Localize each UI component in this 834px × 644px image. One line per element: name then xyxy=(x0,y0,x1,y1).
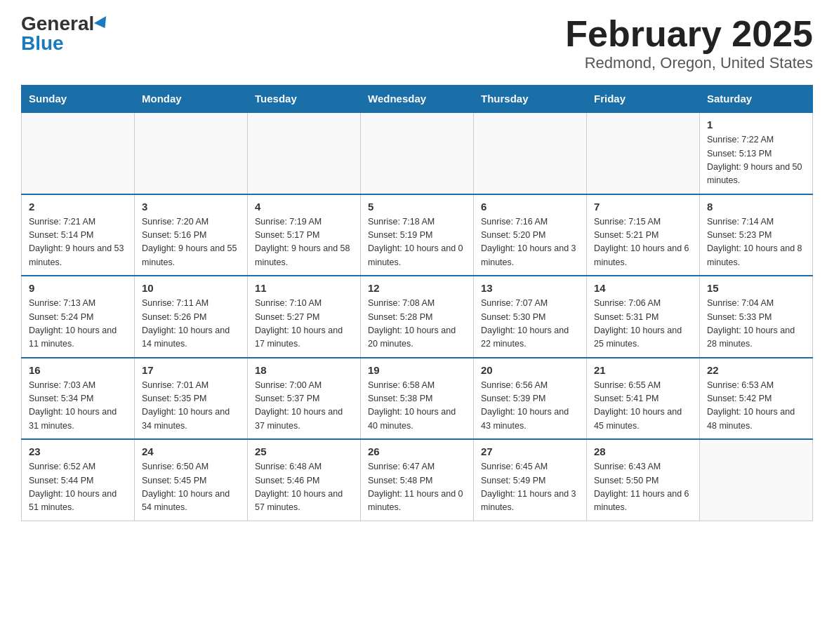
day-info: Sunrise: 7:21 AM Sunset: 5:14 PM Dayligh… xyxy=(29,215,127,270)
day-number: 16 xyxy=(29,364,127,376)
calendar-week-row: 2Sunrise: 7:21 AM Sunset: 5:14 PM Daylig… xyxy=(22,194,813,276)
day-info: Sunrise: 7:22 AM Sunset: 5:13 PM Dayligh… xyxy=(707,133,805,188)
calendar-cell: 17Sunrise: 7:01 AM Sunset: 5:35 PM Dayli… xyxy=(135,358,248,440)
logo-blue-text: Blue xyxy=(21,34,64,53)
page-title: February 2025 xyxy=(565,14,813,54)
day-number: 14 xyxy=(594,282,692,294)
day-info: Sunrise: 6:50 AM Sunset: 5:45 PM Dayligh… xyxy=(142,460,240,515)
calendar-cell: 21Sunrise: 6:55 AM Sunset: 5:41 PM Dayli… xyxy=(587,358,700,440)
calendar-cell xyxy=(248,112,361,194)
calendar-cell: 1Sunrise: 7:22 AM Sunset: 5:13 PM Daylig… xyxy=(700,112,813,194)
calendar-cell: 18Sunrise: 7:00 AM Sunset: 5:37 PM Dayli… xyxy=(248,358,361,440)
day-number: 10 xyxy=(142,282,240,294)
calendar-cell: 2Sunrise: 7:21 AM Sunset: 5:14 PM Daylig… xyxy=(22,194,135,276)
day-number: 27 xyxy=(481,445,579,457)
day-info: Sunrise: 7:10 AM Sunset: 5:27 PM Dayligh… xyxy=(255,297,353,351)
day-number: 3 xyxy=(142,201,240,213)
calendar-cell: 25Sunrise: 6:48 AM Sunset: 5:46 PM Dayli… xyxy=(248,439,361,521)
day-number: 25 xyxy=(255,445,353,457)
calendar-cell: 20Sunrise: 6:56 AM Sunset: 5:39 PM Dayli… xyxy=(474,358,587,440)
day-number: 8 xyxy=(707,201,805,213)
day-info: Sunrise: 7:15 AM Sunset: 5:21 PM Dayligh… xyxy=(594,215,692,270)
column-header-saturday: Saturday xyxy=(700,86,813,113)
calendar-cell xyxy=(474,112,587,194)
calendar-cell: 27Sunrise: 6:45 AM Sunset: 5:49 PM Dayli… xyxy=(474,439,587,521)
day-info: Sunrise: 7:13 AM Sunset: 5:24 PM Dayligh… xyxy=(29,297,127,351)
calendar-cell: 10Sunrise: 7:11 AM Sunset: 5:26 PM Dayli… xyxy=(135,276,248,358)
day-info: Sunrise: 6:58 AM Sunset: 5:38 PM Dayligh… xyxy=(368,379,466,434)
calendar-week-row: 1Sunrise: 7:22 AM Sunset: 5:13 PM Daylig… xyxy=(22,112,813,194)
day-info: Sunrise: 7:20 AM Sunset: 5:16 PM Dayligh… xyxy=(142,215,240,270)
calendar-cell: 12Sunrise: 7:08 AM Sunset: 5:28 PM Dayli… xyxy=(361,276,474,358)
day-info: Sunrise: 7:16 AM Sunset: 5:20 PM Dayligh… xyxy=(481,215,579,270)
calendar-cell xyxy=(361,112,474,194)
day-info: Sunrise: 6:52 AM Sunset: 5:44 PM Dayligh… xyxy=(29,460,127,515)
day-number: 17 xyxy=(142,364,240,376)
column-header-monday: Monday xyxy=(135,86,248,113)
day-number: 13 xyxy=(481,282,579,294)
day-info: Sunrise: 7:04 AM Sunset: 5:33 PM Dayligh… xyxy=(707,297,805,351)
day-info: Sunrise: 7:18 AM Sunset: 5:19 PM Dayligh… xyxy=(368,215,466,270)
column-header-sunday: Sunday xyxy=(22,86,135,113)
calendar-cell: 11Sunrise: 7:10 AM Sunset: 5:27 PM Dayli… xyxy=(248,276,361,358)
calendar-cell xyxy=(135,112,248,194)
day-info: Sunrise: 6:55 AM Sunset: 5:41 PM Dayligh… xyxy=(594,379,692,434)
calendar-table: SundayMondayTuesdayWednesdayThursdayFrid… xyxy=(21,85,813,521)
title-block: February 2025 Redmond, Oregon, United St… xyxy=(565,14,813,72)
calendar-cell: 24Sunrise: 6:50 AM Sunset: 5:45 PM Dayli… xyxy=(135,439,248,521)
day-number: 26 xyxy=(368,445,466,457)
day-number: 7 xyxy=(594,201,692,213)
calendar-week-row: 16Sunrise: 7:03 AM Sunset: 5:34 PM Dayli… xyxy=(22,358,813,440)
day-info: Sunrise: 7:11 AM Sunset: 5:26 PM Dayligh… xyxy=(142,297,240,351)
logo-arrow-icon xyxy=(94,16,111,32)
day-number: 6 xyxy=(481,201,579,213)
calendar-cell: 7Sunrise: 7:15 AM Sunset: 5:21 PM Daylig… xyxy=(587,194,700,276)
calendar-cell: 9Sunrise: 7:13 AM Sunset: 5:24 PM Daylig… xyxy=(22,276,135,358)
day-number: 15 xyxy=(707,282,805,294)
logo: General Blue xyxy=(21,14,110,53)
day-number: 19 xyxy=(368,364,466,376)
column-header-friday: Friday xyxy=(587,86,700,113)
day-number: 4 xyxy=(255,201,353,213)
day-info: Sunrise: 6:48 AM Sunset: 5:46 PM Dayligh… xyxy=(255,460,353,515)
day-info: Sunrise: 6:43 AM Sunset: 5:50 PM Dayligh… xyxy=(594,460,692,515)
column-header-thursday: Thursday xyxy=(474,86,587,113)
day-info: Sunrise: 7:06 AM Sunset: 5:31 PM Dayligh… xyxy=(594,297,692,351)
calendar-cell: 4Sunrise: 7:19 AM Sunset: 5:17 PM Daylig… xyxy=(248,194,361,276)
column-header-wednesday: Wednesday xyxy=(361,86,474,113)
day-number: 22 xyxy=(707,364,805,376)
header: General Blue February 2025 Redmond, Oreg… xyxy=(21,14,813,72)
day-number: 18 xyxy=(255,364,353,376)
calendar-week-row: 9Sunrise: 7:13 AM Sunset: 5:24 PM Daylig… xyxy=(22,276,813,358)
day-info: Sunrise: 7:07 AM Sunset: 5:30 PM Dayligh… xyxy=(481,297,579,351)
calendar-cell: 15Sunrise: 7:04 AM Sunset: 5:33 PM Dayli… xyxy=(700,276,813,358)
calendar-cell: 6Sunrise: 7:16 AM Sunset: 5:20 PM Daylig… xyxy=(474,194,587,276)
calendar-cell xyxy=(700,439,813,521)
day-number: 24 xyxy=(142,445,240,457)
calendar-cell: 13Sunrise: 7:07 AM Sunset: 5:30 PM Dayli… xyxy=(474,276,587,358)
day-number: 9 xyxy=(29,282,127,294)
day-number: 28 xyxy=(594,445,692,457)
day-number: 2 xyxy=(29,201,127,213)
day-info: Sunrise: 6:47 AM Sunset: 5:48 PM Dayligh… xyxy=(368,460,466,515)
calendar-cell: 14Sunrise: 7:06 AM Sunset: 5:31 PM Dayli… xyxy=(587,276,700,358)
calendar-cell xyxy=(22,112,135,194)
day-info: Sunrise: 6:53 AM Sunset: 5:42 PM Dayligh… xyxy=(707,379,805,434)
calendar-cell: 19Sunrise: 6:58 AM Sunset: 5:38 PM Dayli… xyxy=(361,358,474,440)
day-number: 20 xyxy=(481,364,579,376)
day-number: 1 xyxy=(707,119,805,130)
day-info: Sunrise: 6:45 AM Sunset: 5:49 PM Dayligh… xyxy=(481,460,579,515)
day-number: 11 xyxy=(255,282,353,294)
day-info: Sunrise: 6:56 AM Sunset: 5:39 PM Dayligh… xyxy=(481,379,579,434)
calendar-cell: 3Sunrise: 7:20 AM Sunset: 5:16 PM Daylig… xyxy=(135,194,248,276)
day-info: Sunrise: 7:19 AM Sunset: 5:17 PM Dayligh… xyxy=(255,215,353,270)
day-number: 21 xyxy=(594,364,692,376)
day-number: 23 xyxy=(29,445,127,457)
day-number: 5 xyxy=(368,201,466,213)
day-info: Sunrise: 7:08 AM Sunset: 5:28 PM Dayligh… xyxy=(368,297,466,351)
day-number: 12 xyxy=(368,282,466,294)
calendar-cell: 26Sunrise: 6:47 AM Sunset: 5:48 PM Dayli… xyxy=(361,439,474,521)
calendar-cell: 23Sunrise: 6:52 AM Sunset: 5:44 PM Dayli… xyxy=(22,439,135,521)
calendar-cell: 5Sunrise: 7:18 AM Sunset: 5:19 PM Daylig… xyxy=(361,194,474,276)
logo-general-text: General xyxy=(21,14,94,34)
